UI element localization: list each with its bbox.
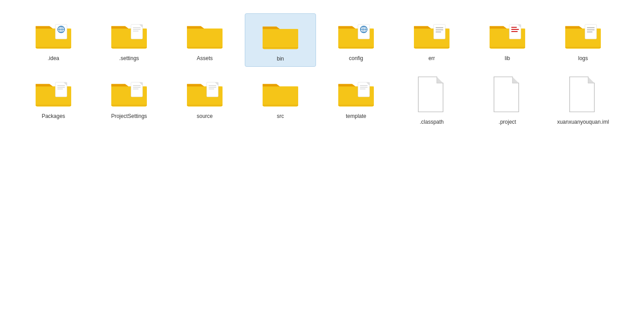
logs-icon [563,17,603,52]
lib-icon [487,17,527,52]
source-icon [185,75,225,109]
idea-icon [33,17,73,52]
file-item-xuanxuanyouquan[interactable]: xuanxuanyouquan.iml [547,71,619,130]
xuanxuanyouquan-label: xuanxuanyouquan.iml [557,119,609,126]
xuanxuanyouquan-icon [567,75,599,115]
file-item-template[interactable]: template [320,71,392,124]
packages-label: Packages [42,113,65,120]
err-label: err [429,55,435,62]
file-item-lib[interactable]: lib [472,13,543,66]
template-label: template [346,113,366,120]
settings-icon [109,17,149,52]
settings-label: .settings [119,55,139,62]
config-icon [336,17,376,52]
file-item-classpath[interactable]: .classpath [396,71,467,130]
file-item-config[interactable]: config [320,13,392,66]
idea-label: .idea [48,55,59,62]
file-item-idea[interactable]: .idea [18,13,89,66]
file-item-source[interactable]: source [169,71,240,124]
file-item-assets[interactable]: Assets [169,13,240,66]
err-icon [412,17,452,52]
template-icon [336,75,376,109]
src-label: src [277,113,284,120]
packages-icon [33,75,73,109]
svg-rect-43 [131,82,142,97]
src-icon [260,75,300,109]
classpath-label: .classpath [420,119,444,126]
assets-icon [185,17,225,52]
assets-label: Assets [197,55,213,62]
file-item-packages[interactable]: Packages [18,71,89,124]
lib-label: lib [505,55,510,62]
project-label: .project [498,119,516,126]
classpath-icon [416,75,447,115]
logs-label: logs [578,55,588,62]
file-item-projectsettings[interactable]: ProjectSettings [93,71,165,124]
bin-label: bin [277,56,284,63]
file-item-src[interactable]: src [245,71,316,124]
project-icon [492,75,523,115]
file-item-bin[interactable]: bin [245,13,316,67]
file-item-err[interactable]: err [396,13,467,66]
file-item-logs[interactable]: logs [547,13,619,66]
svg-rect-56 [358,82,369,97]
file-item-settings[interactable]: .settings [93,13,165,66]
projectsettings-icon [109,75,149,109]
svg-marker-62 [437,77,443,83]
svg-marker-64 [513,77,519,83]
file-grid: .idea .settings Assets bin [18,13,626,129]
file-item-project[interactable]: .project [472,71,543,130]
bin-icon [260,17,300,52]
svg-rect-37 [55,82,67,97]
projectsettings-label: ProjectSettings [111,113,147,120]
config-label: config [349,55,363,62]
svg-rect-7 [131,24,142,39]
svg-marker-66 [588,77,595,83]
source-label: source [197,113,213,120]
svg-rect-49 [207,82,218,97]
